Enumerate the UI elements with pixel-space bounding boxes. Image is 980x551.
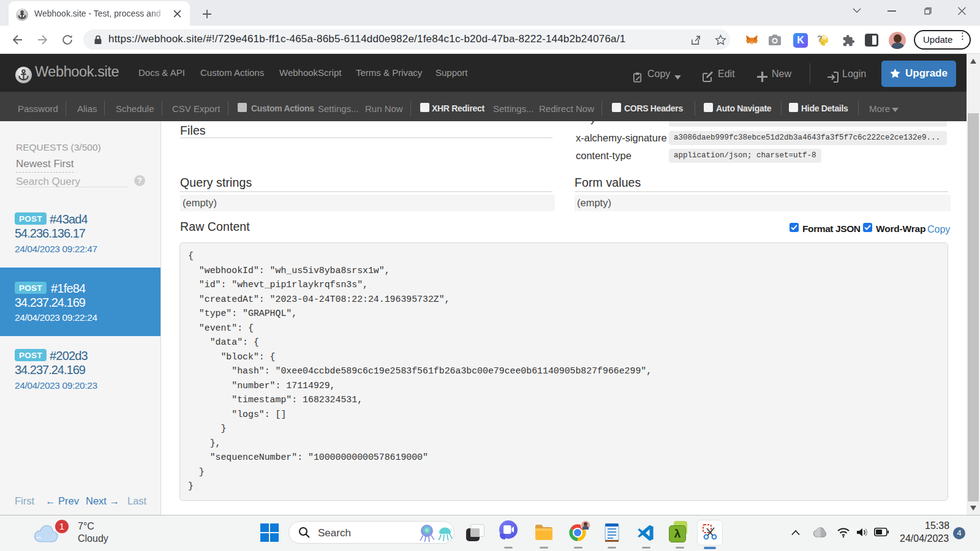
svg-text:?: ? — [817, 34, 823, 43]
